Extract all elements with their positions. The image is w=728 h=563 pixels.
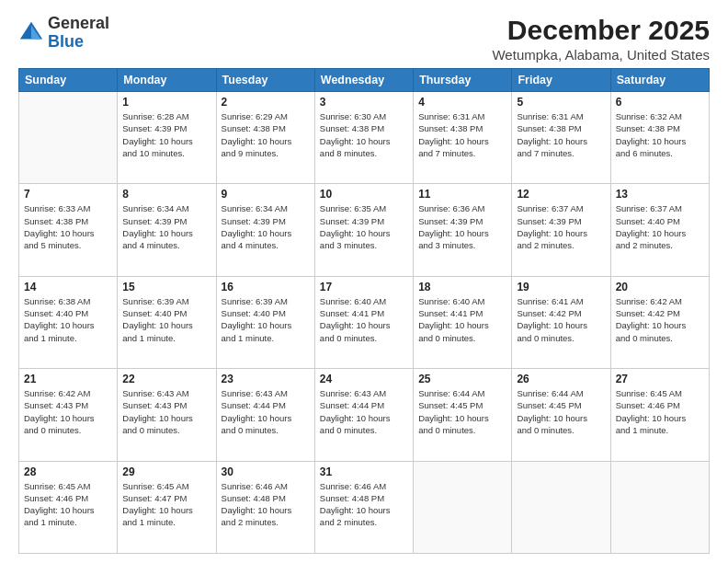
day-info: Sunrise: 6:40 AM Sunset: 4:41 PM Dayligh…	[320, 295, 408, 344]
calendar-cell: 19Sunrise: 6:41 AM Sunset: 4:42 PM Dayli…	[512, 276, 610, 368]
day-info: Sunrise: 6:43 AM Sunset: 4:43 PM Dayligh…	[122, 387, 210, 436]
calendar-cell: 10Sunrise: 6:35 AM Sunset: 4:39 PM Dayli…	[314, 184, 413, 276]
day-info: Sunrise: 6:37 AM Sunset: 4:39 PM Dayligh…	[517, 202, 605, 251]
calendar-cell: 7Sunrise: 6:33 AM Sunset: 4:38 PM Daylig…	[19, 184, 118, 276]
day-number: 18	[418, 281, 506, 293]
day-info: Sunrise: 6:43 AM Sunset: 4:44 PM Dayligh…	[320, 387, 408, 436]
day-header-saturday: Saturday	[610, 69, 709, 92]
day-number: 28	[24, 465, 112, 478]
day-info: Sunrise: 6:28 AM Sunset: 4:39 PM Dayligh…	[122, 110, 210, 159]
day-header-monday: Monday	[118, 69, 216, 92]
calendar-title: December 2025	[492, 15, 710, 45]
day-info: Sunrise: 6:40 AM Sunset: 4:41 PM Dayligh…	[418, 295, 506, 344]
day-info: Sunrise: 6:45 AM Sunset: 4:46 PM Dayligh…	[616, 387, 704, 436]
page: General Blue December 2025 Wetumpka, Ala…	[0, 0, 728, 563]
day-info: Sunrise: 6:42 AM Sunset: 4:43 PM Dayligh…	[24, 387, 112, 436]
logo-icon	[18, 20, 44, 46]
day-number: 11	[418, 188, 506, 201]
day-number: 14	[24, 281, 112, 293]
calendar-cell: 28Sunrise: 6:45 AM Sunset: 4:46 PM Dayli…	[19, 461, 118, 553]
day-info: Sunrise: 6:31 AM Sunset: 4:38 PM Dayligh…	[517, 110, 605, 159]
calendar-cell	[414, 461, 512, 553]
day-number: 2	[222, 96, 310, 109]
calendar-table: SundayMondayTuesdayWednesdayThursdayFrid…	[18, 68, 710, 554]
calendar-cell: 21Sunrise: 6:42 AM Sunset: 4:43 PM Dayli…	[19, 369, 118, 461]
day-header-friday: Friday	[512, 69, 610, 92]
calendar-cell: 26Sunrise: 6:44 AM Sunset: 4:45 PM Dayli…	[512, 369, 610, 461]
day-number: 9	[222, 188, 310, 201]
logo: General Blue	[18, 15, 109, 52]
calendar-cell: 3Sunrise: 6:30 AM Sunset: 4:38 PM Daylig…	[314, 92, 413, 184]
day-info: Sunrise: 6:37 AM Sunset: 4:40 PM Dayligh…	[616, 202, 704, 251]
title-block: December 2025 Wetumpka, Alabama, United …	[492, 15, 710, 63]
calendar-cell: 5Sunrise: 6:31 AM Sunset: 4:38 PM Daylig…	[512, 92, 610, 184]
day-number: 4	[418, 96, 506, 109]
day-number: 22	[122, 373, 210, 385]
day-info: Sunrise: 6:41 AM Sunset: 4:42 PM Dayligh…	[517, 295, 605, 344]
calendar-cell: 24Sunrise: 6:43 AM Sunset: 4:44 PM Dayli…	[314, 369, 413, 461]
day-number: 12	[517, 188, 605, 201]
calendar-cell: 9Sunrise: 6:34 AM Sunset: 4:39 PM Daylig…	[216, 184, 314, 276]
calendar-cell: 1Sunrise: 6:28 AM Sunset: 4:39 PM Daylig…	[118, 92, 216, 184]
calendar-cell: 29Sunrise: 6:45 AM Sunset: 4:47 PM Dayli…	[118, 461, 216, 553]
day-info: Sunrise: 6:38 AM Sunset: 4:40 PM Dayligh…	[24, 295, 112, 344]
day-number: 31	[320, 465, 408, 478]
calendar-week-2: 14Sunrise: 6:38 AM Sunset: 4:40 PM Dayli…	[19, 276, 710, 368]
logo-general: General	[48, 14, 109, 32]
day-info: Sunrise: 6:43 AM Sunset: 4:44 PM Dayligh…	[222, 387, 310, 436]
calendar-cell	[19, 92, 118, 184]
calendar-cell: 13Sunrise: 6:37 AM Sunset: 4:40 PM Dayli…	[610, 184, 709, 276]
day-number: 8	[122, 188, 210, 201]
day-number: 21	[24, 373, 112, 385]
day-number: 6	[616, 96, 704, 109]
day-info: Sunrise: 6:45 AM Sunset: 4:46 PM Dayligh…	[24, 480, 112, 529]
day-info: Sunrise: 6:35 AM Sunset: 4:39 PM Dayligh…	[320, 202, 408, 251]
calendar-cell	[610, 461, 709, 553]
day-header-sunday: Sunday	[19, 69, 118, 92]
calendar-cell: 2Sunrise: 6:29 AM Sunset: 4:38 PM Daylig…	[216, 92, 314, 184]
day-number: 10	[320, 188, 408, 201]
day-number: 15	[122, 281, 210, 293]
day-number: 13	[616, 188, 704, 201]
calendar-cell: 25Sunrise: 6:44 AM Sunset: 4:45 PM Dayli…	[414, 369, 512, 461]
calendar-cell: 11Sunrise: 6:36 AM Sunset: 4:39 PM Dayli…	[414, 184, 512, 276]
day-number: 23	[222, 373, 310, 385]
calendar-week-0: 1Sunrise: 6:28 AM Sunset: 4:39 PM Daylig…	[19, 92, 710, 184]
calendar-cell: 31Sunrise: 6:46 AM Sunset: 4:48 PM Dayli…	[314, 461, 413, 553]
calendar-week-4: 28Sunrise: 6:45 AM Sunset: 4:46 PM Dayli…	[19, 461, 710, 553]
day-number: 24	[320, 373, 408, 385]
day-number: 5	[517, 96, 605, 109]
calendar-cell: 6Sunrise: 6:32 AM Sunset: 4:38 PM Daylig…	[610, 92, 709, 184]
logo-text: General Blue	[48, 15, 109, 52]
day-number: 1	[122, 96, 210, 109]
day-number: 29	[122, 465, 210, 478]
day-number: 20	[616, 281, 704, 293]
calendar-cell: 16Sunrise: 6:39 AM Sunset: 4:40 PM Dayli…	[216, 276, 314, 368]
calendar-cell	[512, 461, 610, 553]
day-header-thursday: Thursday	[414, 69, 512, 92]
day-info: Sunrise: 6:36 AM Sunset: 4:39 PM Dayligh…	[418, 202, 506, 251]
calendar-cell: 14Sunrise: 6:38 AM Sunset: 4:40 PM Dayli…	[19, 276, 118, 368]
day-number: 30	[222, 465, 310, 478]
day-info: Sunrise: 6:33 AM Sunset: 4:38 PM Dayligh…	[24, 202, 112, 251]
day-number: 16	[222, 281, 310, 293]
header: General Blue December 2025 Wetumpka, Ala…	[18, 15, 710, 63]
day-info: Sunrise: 6:44 AM Sunset: 4:45 PM Dayligh…	[418, 387, 506, 436]
day-info: Sunrise: 6:39 AM Sunset: 4:40 PM Dayligh…	[222, 295, 310, 344]
calendar-cell: 4Sunrise: 6:31 AM Sunset: 4:38 PM Daylig…	[414, 92, 512, 184]
day-number: 3	[320, 96, 408, 109]
day-number: 26	[517, 373, 605, 385]
day-info: Sunrise: 6:34 AM Sunset: 4:39 PM Dayligh…	[222, 202, 310, 251]
day-number: 17	[320, 281, 408, 293]
day-info: Sunrise: 6:39 AM Sunset: 4:40 PM Dayligh…	[122, 295, 210, 344]
day-info: Sunrise: 6:30 AM Sunset: 4:38 PM Dayligh…	[320, 110, 408, 159]
calendar-cell: 15Sunrise: 6:39 AM Sunset: 4:40 PM Dayli…	[118, 276, 216, 368]
calendar-cell: 20Sunrise: 6:42 AM Sunset: 4:42 PM Dayli…	[610, 276, 709, 368]
day-header-tuesday: Tuesday	[216, 69, 314, 92]
day-info: Sunrise: 6:45 AM Sunset: 4:47 PM Dayligh…	[122, 480, 210, 529]
calendar-cell: 30Sunrise: 6:46 AM Sunset: 4:48 PM Dayli…	[216, 461, 314, 553]
calendar-week-1: 7Sunrise: 6:33 AM Sunset: 4:38 PM Daylig…	[19, 184, 710, 276]
day-info: Sunrise: 6:31 AM Sunset: 4:38 PM Dayligh…	[418, 110, 506, 159]
calendar-cell: 18Sunrise: 6:40 AM Sunset: 4:41 PM Dayli…	[414, 276, 512, 368]
day-info: Sunrise: 6:46 AM Sunset: 4:48 PM Dayligh…	[320, 480, 408, 529]
